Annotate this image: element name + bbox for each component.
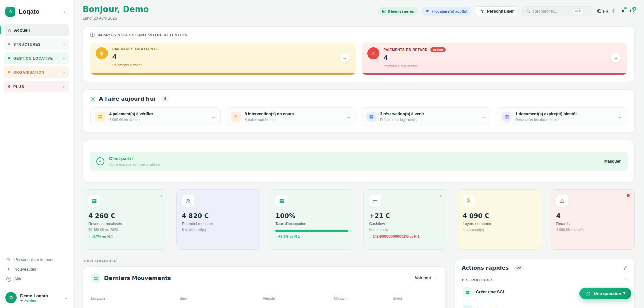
home-icon: ⌂ xyxy=(8,28,11,33)
warning-icon: ⚠ xyxy=(367,47,379,59)
task-subtitle: Renouveler les documents xyxy=(515,118,577,122)
stat-value: 4 xyxy=(556,212,629,219)
footer-link-label: Personnaliser le menu xyxy=(14,257,54,262)
stat-label: Loyers en attente xyxy=(463,222,535,226)
stat-retards[interactable]: ⚠ 4 Retards 4 090 €€ impayés xyxy=(551,189,635,250)
sliders-icon xyxy=(480,9,484,13)
sidebar: ⌂ Loqato ‹ ⌂ Accueil STRUCTURES › GESTIO… xyxy=(0,0,73,308)
sidebar-item-organisation[interactable]: ORGANISATION › xyxy=(4,66,69,78)
help-button-label: Une question ? xyxy=(594,291,625,296)
stat-label: Retards xyxy=(556,222,629,226)
footer-link-label: Nouveautés xyxy=(14,267,36,272)
sidebar-item-plus[interactable]: PLUS › xyxy=(4,81,69,92)
people-icon xyxy=(426,9,429,13)
personalize-label: Personnaliser xyxy=(487,9,514,14)
help-chat-button[interactable]: Une question ? xyxy=(579,288,631,299)
customize-menu-link[interactable]: ✎ Personnaliser le menu xyxy=(6,255,67,264)
external-link-icon: ↗ xyxy=(159,194,162,198)
onboarding-banner: ✓ C'est parti ! Votre espace est pret a … xyxy=(90,152,628,171)
properties-badge[interactable]: 8 bien(s) geres xyxy=(378,7,418,16)
bullet-icon xyxy=(8,43,10,45)
task-subtitle: Préparer les logements xyxy=(380,118,424,122)
sidebar-item-structures[interactable]: STRUCTURES › xyxy=(4,38,69,50)
sidebar-item-label: PLUS xyxy=(13,85,24,89)
stat-value: 100% xyxy=(275,212,348,219)
document-icon: ▤ xyxy=(91,273,100,283)
sliders-icon xyxy=(623,266,628,270)
search-box[interactable]: ⌘ K xyxy=(522,6,593,16)
today-section: ◎ À faire aujourd'hui 4 ▤ 4 paiement(s) … xyxy=(83,89,635,133)
bullet-icon xyxy=(8,85,10,88)
personalize-button[interactable]: Personnaliser xyxy=(475,6,519,16)
movements-card: ▤ Derniers Mouvements Voir tout → Locata… xyxy=(83,266,446,308)
footer-link-label: Aide xyxy=(14,277,23,281)
group-structures[interactable]: ▾ STRUCTURES 9 xyxy=(462,278,628,282)
sidebar-nav: ⌂ Accueil STRUCTURES › GESTION LOCATIVE … xyxy=(0,23,73,95)
invoice-icon: ▤ xyxy=(95,112,105,122)
see-all-link[interactable]: Voir tout → xyxy=(415,276,437,280)
user-info: Demo Loqato ✦ Premium xyxy=(20,293,48,302)
building-icon: ▦ xyxy=(275,195,288,207)
building-icon xyxy=(382,9,386,13)
alerts-title: IMPAYÉS NÉCESSITANT VOTRE ATTENTION xyxy=(98,33,188,37)
tenants-badge[interactable]: 7 locataire(s) actif(s) xyxy=(422,7,471,16)
stat-cashflow[interactable]: ▭ ↗ +21 € Cashflow Net du mois ↓ -149.60… xyxy=(363,189,448,250)
chevron-down-icon: ▾ xyxy=(462,278,464,282)
alert-subtitle: Paiements à traiter xyxy=(112,63,158,67)
pending-payments-card[interactable]: $ PAIEMENTS EN ATTENTE 4 Paiements à tra… xyxy=(90,43,356,75)
late-payments-card[interactable]: ⚠ PAIEMENTS EN RETARD Urgent 4 Impayés à… xyxy=(362,43,627,75)
stat-label: Cashflow xyxy=(369,222,442,226)
search-input[interactable] xyxy=(533,9,570,14)
trend-indicator: ↑ +2.7% vs N-1 xyxy=(88,235,161,239)
stat-potentiel-mensuel[interactable]: ◎ 4 820 € Potentiel mensuel 5 bail(s) ac… xyxy=(176,189,261,250)
stat-loyers-en-attente[interactable]: $ 4 090 € Loyers en attente 4 paiement(s… xyxy=(457,189,541,250)
chevron-down-icon: ⌄ xyxy=(64,295,68,300)
action-copropriete[interactable]: ▦ Copropriété + xyxy=(462,302,628,308)
main-content: Bonjour, Demo Lundi 20 Avril 2026 8 bien… xyxy=(73,0,644,308)
task-expiring-documents[interactable]: ▥ 1 document(s) expire(nt) bientôt Renou… xyxy=(497,107,627,126)
user-menu[interactable]: D Demo Loqato ✦ Premium ⌄ xyxy=(0,287,73,308)
settings-button[interactable] xyxy=(623,266,628,270)
column-header: Statut xyxy=(393,296,437,300)
task-title: 1 document(s) expire(nt) bientôt xyxy=(515,112,577,116)
alert-content: PAIEMENTS EN RETARD Urgent 4 Impayés à r… xyxy=(384,47,446,68)
accent-bar xyxy=(362,73,627,75)
language-selector[interactable]: FR xyxy=(597,9,608,14)
alert-value: 4 xyxy=(384,54,446,62)
movements-table-header: Locataire Bien Période Montant Statut xyxy=(91,296,437,300)
globe-icon xyxy=(597,9,602,14)
sidebar-footer: ✎ Personnaliser le menu ✦ Nouveautés ? A… xyxy=(0,251,73,287)
calendar-icon: ▦ xyxy=(366,112,376,122)
dark-mode-toggle[interactable]: ☾ xyxy=(612,8,617,14)
column-header: Période xyxy=(263,296,334,300)
new-indicator-dot xyxy=(624,7,627,9)
whats-new-link[interactable]: ✦ Nouveautés xyxy=(6,264,67,274)
sidebar-collapse-button[interactable]: ‹ xyxy=(61,8,68,15)
arrow-right-icon: → xyxy=(346,114,351,119)
whats-new-button[interactable]: ✦ xyxy=(621,8,625,14)
stat-revenus-encaisses[interactable]: ▦ ↗ 4 260 € Revenus encaissés 30 480 €€ … xyxy=(83,189,167,250)
alerts-header: ⓘ IMPAYÉS NÉCESSITANT VOTRE ATTENTION xyxy=(90,32,627,38)
stat-label: Revenus encaissés xyxy=(88,222,161,226)
task-payments-to-verify[interactable]: ▤ 4 paiement(s) à vérifier 4 090 €€ en a… xyxy=(90,107,221,126)
trend-indicator: ↓ -149.60000000000002% vs N-1 xyxy=(369,235,442,238)
arrow-right-button[interactable]: → xyxy=(611,53,621,63)
quick-actions-title: Actions rapides xyxy=(462,265,509,271)
dismiss-banner-button[interactable]: Masquer xyxy=(604,159,621,164)
task-interventions[interactable]: ⚠ 8 intervention(s) en cours À traiter r… xyxy=(226,107,356,126)
sidebar-item-accueil[interactable]: ⌂ Accueil xyxy=(4,24,69,36)
stat-taux-occupation[interactable]: ▦ 100% Taux d'occupation ↑ +6.3% vs N-1 xyxy=(270,189,354,250)
page-title: Bonjour, Demo xyxy=(83,5,149,14)
sidebar-item-gestion-locative[interactable]: GESTION LOCATIVE › xyxy=(4,52,69,64)
arrow-right-button[interactable]: → xyxy=(340,53,350,63)
quick-actions-card: Actions rapides 22 ▾ STRUCTURES 9 ▦ Crée… xyxy=(455,259,635,308)
search-icon xyxy=(526,9,530,13)
help-link[interactable]: ? Aide xyxy=(6,274,67,284)
notifications-button[interactable]: 6 xyxy=(629,8,635,14)
plus-button[interactable]: + xyxy=(623,307,626,308)
task-reservations[interactable]: ▦ 3 réservation(s) à venir Préparer les … xyxy=(361,107,491,126)
pencil-icon: ✎ xyxy=(6,257,11,262)
question-icon: ? xyxy=(6,276,11,282)
stat-label: Taux d'occupation xyxy=(275,222,348,226)
movements-title: Derniers Mouvements xyxy=(104,275,171,281)
